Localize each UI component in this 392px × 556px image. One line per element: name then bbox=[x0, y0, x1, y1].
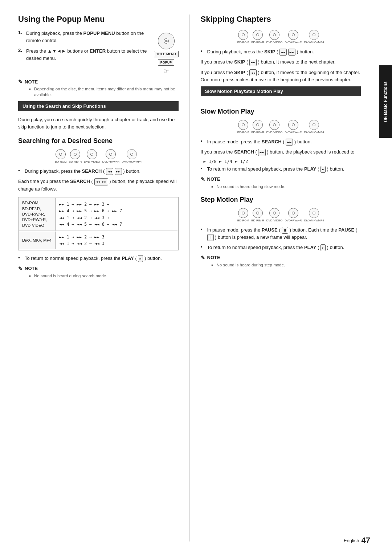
slow-note-item: No sound is heard during slow mode. bbox=[212, 184, 361, 189]
slow-disc-circle-4 bbox=[288, 120, 298, 130]
page-container: 06 Basic Functions Using the Popup Menu … bbox=[0, 0, 392, 556]
skip-disc-circle-3 bbox=[269, 30, 279, 40]
search-para: Each time you press the SEARCH ( ◄◄ ►► )… bbox=[18, 178, 179, 193]
slow-bullet-2-content: To return to normal speed playback, pres… bbox=[207, 165, 344, 173]
slow-note-label: NOTE bbox=[207, 176, 220, 182]
slow-disc-label-5: DivX/MKV/MP4 bbox=[304, 131, 324, 134]
skip-disc-bd-re: BD-RE/-R bbox=[251, 30, 264, 44]
popup-steps-area: OK TITLE MENU POPUP ☞ 1. During playback… bbox=[18, 30, 179, 75]
slow-bullet-1-content: In pause mode, press the SEARCH ( ►► ) b… bbox=[207, 138, 312, 146]
skip-disc-label-bd-re: BD-RE/-R bbox=[251, 41, 264, 44]
slow-note-header: ✎ NOTE bbox=[201, 176, 361, 182]
slow-inner-4 bbox=[292, 123, 295, 126]
step-disc-label-2: BD-RE/-R bbox=[251, 219, 264, 222]
disc-dvd-video: DVD-VIDEO bbox=[84, 149, 100, 163]
step-disc-circle-2 bbox=[253, 208, 263, 218]
slow-search-icon: ►► bbox=[286, 139, 293, 146]
step-disc-1: BD-ROM bbox=[237, 208, 249, 222]
step-disc-label-1: BD-ROM bbox=[237, 219, 249, 222]
step-motion-title: Step Motion Play bbox=[201, 196, 361, 204]
step-disc-circle-4 bbox=[288, 208, 298, 218]
disc-icons-slow: BD-ROM BD-RE/-R DVD-VIDEO bbox=[201, 120, 361, 134]
title-menu-button: TITLE MENU bbox=[154, 51, 179, 57]
slow-disc-circle-3 bbox=[269, 120, 279, 130]
slow-disc-label-4: DVD+RW/+R bbox=[285, 131, 302, 134]
disc-circle-bd-re bbox=[70, 149, 80, 159]
bullet-dot: • bbox=[18, 168, 23, 173]
skip-disc-inner-2 bbox=[256, 33, 259, 36]
skip-bullet-content: During playback, press the SKIP ( ◄◄ ►► … bbox=[207, 48, 314, 56]
step-play-icon: ► bbox=[320, 244, 326, 251]
disc-circle-dvd-video bbox=[87, 149, 97, 159]
skip-disc-bd-rom: BD-ROM bbox=[237, 30, 249, 44]
disc-label-dvd-video: DVD-VIDEO bbox=[84, 160, 100, 163]
slow-step-banner: Slow Motion Play/Step Motion Play bbox=[201, 86, 361, 96]
skip-bullet-dot: • bbox=[201, 48, 205, 54]
skip-disc-label-dvd-rw: DVD+RW/+R bbox=[285, 41, 302, 44]
step-disc-2: BD-RE/-R bbox=[251, 208, 264, 222]
step-disc-circle-1 bbox=[238, 208, 248, 218]
step-disc-label-3: DVD-VIDEO bbox=[266, 219, 282, 222]
slow-disc-label-1: BD-ROM bbox=[237, 131, 249, 134]
step-bullet-1: • In pause mode, press the PAUSE ( ⏸ ) b… bbox=[201, 226, 361, 241]
disc-circle-dvd-rw bbox=[106, 149, 116, 159]
step-1: 1. During playback, press the POPUP MENU… bbox=[18, 30, 150, 44]
step-inner-3 bbox=[273, 212, 276, 214]
search-bullet-1-content: During playback, press the SEARCH ( ◄◄ ►… bbox=[25, 168, 140, 175]
step-pause-icon: ⏸ bbox=[282, 227, 288, 234]
skipping-title: Skipping Chapters bbox=[201, 15, 361, 24]
speed-table-label-1: BD-ROM,BD-RE/-R,DVD-RW/-R,DVD+RW/+R,DVD-… bbox=[19, 198, 56, 231]
disc-inner bbox=[130, 153, 133, 156]
skip-disc-label-dvd: DVD-VIDEO bbox=[266, 41, 282, 44]
skip-disc-inner-4 bbox=[292, 33, 295, 36]
main-content: Using the Popup Menu OK TITLE MENU POPUP… bbox=[0, 0, 392, 556]
step-note-item: No sound is heard during step mode. bbox=[212, 262, 361, 268]
disc-dvd-rw: DVD+RW/+R bbox=[102, 149, 119, 163]
right-column: Skipping Chapters BD-ROM BD-RE/-R bbox=[190, 15, 374, 541]
slow-bullet-1: • In pause mode, press the SEARCH ( ►► )… bbox=[201, 138, 361, 146]
step-1-content: During playback, press the POPUP MENU bu… bbox=[26, 30, 150, 44]
step-inner-1 bbox=[242, 212, 245, 214]
slow-bullet-dot-1: • bbox=[201, 138, 205, 144]
searching-title: Searching for a Desired Scene bbox=[18, 137, 179, 145]
popup-button: POPUP bbox=[158, 59, 175, 66]
slow-disc-4: DVD+RW/+R bbox=[285, 120, 302, 134]
slow-inner-1 bbox=[242, 123, 245, 126]
slow-play-icon: ► bbox=[320, 166, 326, 173]
skip-bullet-1: • During playback, press the SKIP ( ◄◄ ►… bbox=[201, 48, 361, 56]
chapter-number: 06 bbox=[383, 116, 388, 122]
disc-circle-divx bbox=[127, 149, 137, 159]
search-icon-inline: ◄◄ ►► bbox=[94, 178, 108, 185]
bullet-dot-2: • bbox=[18, 255, 23, 261]
search-skip-body: During play, you can search quickly thro… bbox=[18, 116, 179, 131]
speed-table-content-2: ►► 1 → ►► 2 → ►► 3 ◄◄ 1 → ◄◄ 2 → ◄◄ 3 bbox=[56, 232, 177, 249]
skip-next-icon: ►► bbox=[288, 49, 295, 56]
speed-table-content-1: ►► 1 → ►► 2 → ►► 3 → ►► 4 → ►► 5 → ►► 6 … bbox=[56, 198, 177, 231]
step-1-number: 1. bbox=[18, 30, 24, 44]
disc-inner bbox=[90, 153, 93, 156]
step-inner-2 bbox=[256, 212, 259, 214]
slow-disc-circle-1 bbox=[238, 120, 248, 130]
note-icon-2: ✎ bbox=[18, 266, 23, 271]
slow-motion-title: Slow Motion Play bbox=[201, 108, 361, 115]
disc-icons-step: BD-ROM BD-RE/-R DVD-VIDEO bbox=[201, 208, 361, 222]
skip-disc-inner bbox=[242, 33, 245, 36]
popup-note: ✎ NOTE Depending on the disc, the menu i… bbox=[18, 79, 179, 98]
disc-circle-bd-rom bbox=[56, 149, 66, 159]
arrow-disc-icon: OK bbox=[158, 33, 175, 49]
disc-label-bd-rom: BD-ROM bbox=[55, 160, 66, 163]
step-bullet-1-content: In pause mode, press the PAUSE ( ⏸ ) but… bbox=[207, 226, 361, 241]
skip-disc-circle-2 bbox=[253, 30, 263, 40]
step-disc-5: DivX/MKV/MP4 bbox=[304, 208, 324, 222]
step-note-label: NOTE bbox=[207, 255, 220, 260]
search-note: ✎ NOTE No sound is heard during search m… bbox=[18, 266, 179, 279]
slow-disc-label-2: BD-RE/-R bbox=[251, 131, 264, 134]
note-pencil-icon: ✎ bbox=[18, 79, 23, 85]
play-icon: ► bbox=[138, 255, 143, 262]
step-inner-4 bbox=[292, 212, 295, 214]
skip-prev-icon: ◄◄ bbox=[279, 49, 287, 56]
disc-divx: DivX/MKV/MP4 bbox=[122, 149, 142, 163]
skip-disc-label-bd-rom: BD-ROM bbox=[237, 41, 249, 44]
disc-label-divx: DivX/MKV/MP4 bbox=[122, 160, 142, 163]
search-note-header: ✎ NOTE bbox=[18, 266, 179, 271]
